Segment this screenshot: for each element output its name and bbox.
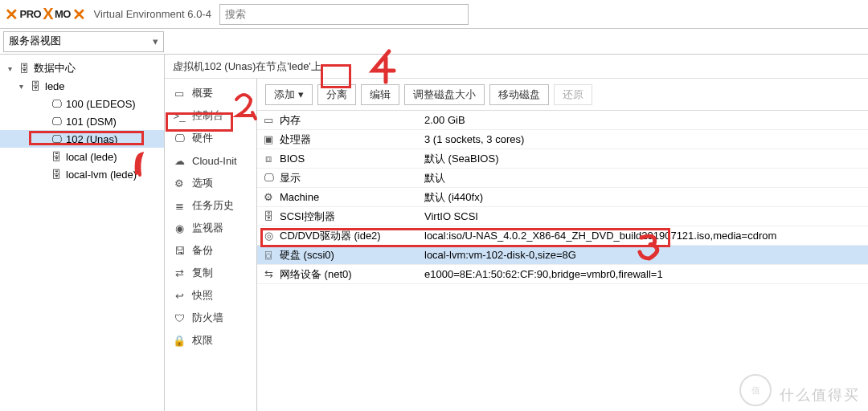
view-select[interactable]: 服务器视图	[3, 31, 164, 52]
vtab-Cloud-Init[interactable]: ☁Cloud-Init	[165, 149, 256, 172]
hw-icon: ▭	[257, 114, 280, 126]
vtab-label: 硬件	[192, 131, 213, 145]
vtab-icon: 🛡	[173, 312, 186, 324]
resize-button[interactable]: 调整磁盘大小	[404, 84, 485, 105]
collapse-icon[interactable]: ▾	[16, 82, 26, 91]
vtab-icon: ⇄	[173, 267, 186, 279]
detach-button[interactable]: 分离	[317, 84, 356, 105]
hw-row[interactable]: ⌼硬盘 (scsi0)local-lvm:vm-102-disk-0,size=…	[257, 246, 868, 265]
view-toolbar: 服务器视图	[0, 29, 868, 55]
env-label: Virtual Environment 6.0-4	[93, 8, 211, 20]
tree-label: 102 (Unas)	[66, 133, 117, 145]
hw-key: BIOS	[280, 153, 424, 165]
hw-value: 默认 (i440fx)	[424, 190, 868, 205]
brand-post: MO	[55, 8, 71, 20]
tree-label: 101 (DSM)	[66, 116, 117, 128]
vtab-label: 概要	[192, 86, 213, 100]
hw-key: 处理器	[280, 132, 424, 147]
hw-row[interactable]: ⚙Machine默认 (i440fx)	[257, 188, 868, 207]
tree-item-local[interactable]: 🗄local (lede)	[0, 148, 164, 165]
main-panel: 添加▾ 分离 编辑 调整磁盘大小 移动磁盘 还原 ▭内存2.00 GiB▣处理器…	[257, 79, 868, 411]
hw-icon: ◎	[257, 230, 280, 242]
tree-node-lede[interactable]: ▾ 🗄 lede	[0, 77, 164, 95]
brand-mid: X	[43, 5, 53, 23]
vtab-复制[interactable]: ⇄复制	[165, 262, 256, 284]
vm-icon: 🖵	[50, 133, 63, 145]
logo-x-icon: ✕	[5, 5, 18, 24]
hardware-list: ▭内存2.00 GiB▣处理器3 (1 sockets, 3 cores)⧈BI…	[257, 111, 868, 411]
vm-icon: 🖵	[50, 116, 63, 128]
vtab-概要[interactable]: ▭概要	[165, 82, 256, 104]
hw-row[interactable]: ⇆网络设备 (net0)e1000=8E:A1:50:62:CF:90,brid…	[257, 265, 868, 284]
vtab-监视器[interactable]: ◉监视器	[165, 217, 256, 239]
hw-row[interactable]: ▣处理器3 (1 sockets, 3 cores)	[257, 130, 868, 149]
hw-icon: ⌼	[257, 249, 280, 261]
move-button[interactable]: 移动磁盘	[489, 84, 549, 105]
vtab-备份[interactable]: 🖫备份	[165, 239, 256, 262]
hw-value: local-lvm:vm-102-disk-0,size=8G	[424, 249, 868, 261]
breadcrumb-text: 虚拟机102 (Unas)在节点'lede'上	[173, 59, 321, 74]
edit-button[interactable]: 编辑	[361, 84, 399, 105]
vtab-icon: ☁	[173, 155, 186, 167]
vtab-任务历史[interactable]: ≣任务历史	[165, 194, 256, 217]
brand-logo: ✕ PROXMO✕	[5, 5, 85, 24]
tree-item-local-lvm[interactable]: 🗄local-lvm (lede)	[0, 165, 164, 183]
tree-label: lede	[45, 80, 65, 92]
resource-tree: ▾ 🗄 数据中心 ▾ 🗄 lede 🖵100 (LEDEOS)🖵101 (DSM…	[0, 55, 165, 411]
restore-button: 还原	[554, 84, 592, 105]
vtab-label: 权限	[192, 333, 213, 348]
hw-key: 硬盘 (scsi0)	[280, 248, 424, 262]
tree-label: 100 (LEDEOS)	[66, 98, 136, 110]
node-icon: 🗄	[29, 80, 42, 92]
watermark-text: 什么值得买	[780, 385, 860, 405]
vertical-tabs: ▭概要>_控制台🖵硬件☁Cloud-Init⚙选项≣任务历史◉监视器🖫备份⇄复制…	[165, 79, 257, 411]
hw-row[interactable]: ⧈BIOS默认 (SeaBIOS)	[257, 149, 868, 169]
vtab-选项[interactable]: ⚙选项	[165, 172, 256, 194]
vtab-控制台[interactable]: >_控制台	[165, 104, 256, 127]
content-pane: 虚拟机102 (Unas)在节点'lede'上 ▭概要>_控制台🖵硬件☁Clou…	[165, 55, 868, 411]
hw-value: 默认 (SeaBIOS)	[424, 152, 868, 166]
tree-item-101[interactable]: 🖵101 (DSM)	[0, 112, 164, 130]
vtab-icon: 🔒	[173, 335, 186, 347]
view-select-label: 服务器视图	[9, 35, 61, 47]
add-button[interactable]: 添加▾	[265, 84, 313, 105]
vtab-label: 备份	[192, 243, 213, 258]
vtab-label: 复制	[192, 266, 213, 280]
hw-icon: ⇆	[257, 268, 280, 280]
hw-row[interactable]: ▭内存2.00 GiB	[257, 111, 868, 130]
hw-icon: ▣	[257, 133, 280, 145]
vtab-label: Cloud-Init	[192, 155, 237, 167]
button-bar: 添加▾ 分离 编辑 调整磁盘大小 移动磁盘 还原	[257, 79, 868, 111]
tree-item-100[interactable]: 🖵100 (LEDEOS)	[0, 95, 164, 112]
tree-item-102[interactable]: 🖵102 (Unas)	[0, 130, 164, 148]
tree-datacenter[interactable]: ▾ 🗄 数据中心	[0, 59, 164, 77]
collapse-icon[interactable]: ▾	[5, 64, 14, 73]
vtab-label: 控制台	[192, 108, 223, 123]
chevron-down-icon: ▾	[298, 88, 304, 100]
vtab-icon: >_	[173, 110, 186, 122]
vtab-快照[interactable]: ↩快照	[165, 284, 256, 307]
breadcrumb: 虚拟机102 (Unas)在节点'lede'上	[165, 55, 868, 79]
hw-icon: 🗄	[257, 210, 280, 222]
vm-icon: 🗄	[50, 151, 63, 163]
hw-value: VirtIO SCSI	[424, 210, 868, 222]
hw-key: 内存	[280, 113, 424, 128]
vtab-label: 防火墙	[192, 311, 223, 325]
hw-icon: ⧈	[257, 153, 280, 165]
vtab-权限[interactable]: 🔒权限	[165, 329, 256, 352]
search-input[interactable]	[219, 4, 469, 25]
vtab-防火墙[interactable]: 🛡防火墙	[165, 307, 256, 329]
vm-icon: 🗄	[50, 169, 63, 181]
vtab-硬件[interactable]: 🖵硬件	[165, 127, 256, 149]
logo-x-icon-2: ✕	[72, 5, 86, 24]
hw-value: e1000=8E:A1:50:62:CF:90,bridge=vmbr0,fir…	[424, 268, 868, 280]
tree-label: local-lvm (lede)	[66, 169, 137, 181]
vtab-icon: ◉	[173, 222, 186, 234]
vtab-icon: ⚙	[173, 177, 186, 189]
hw-row[interactable]: 🗄SCSI控制器VirtIO SCSI	[257, 207, 868, 226]
vtab-label: 监视器	[192, 221, 223, 235]
hw-row[interactable]: 🖵显示默认	[257, 169, 868, 188]
tree-label: 数据中心	[34, 61, 76, 75]
hw-row[interactable]: ◎CD/DVD驱动器 (ide2)local:iso/U-NAS_4.0.2_X…	[257, 226, 868, 246]
hw-key: 显示	[280, 171, 424, 185]
